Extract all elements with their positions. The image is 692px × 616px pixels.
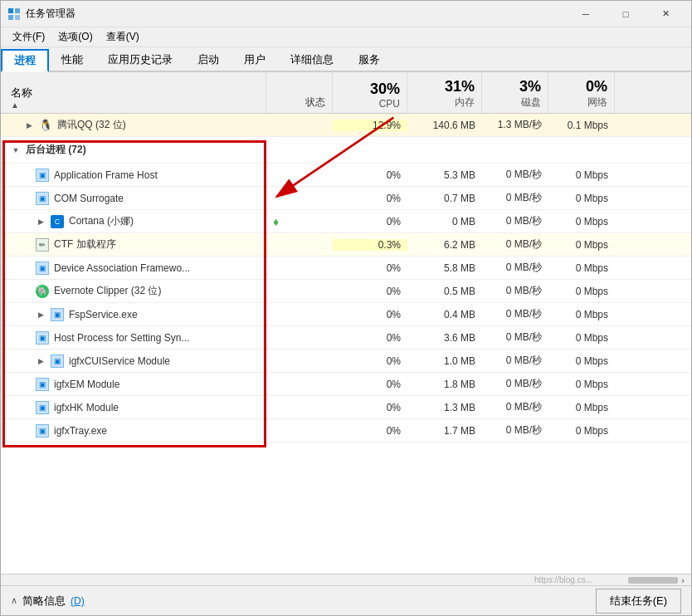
table-row[interactable]: ▶ 🐧 腾讯QQ (32 位) 12.9% 140.6 MB 1.3 MB/秒 … (1, 114, 691, 137)
net-cell: 0 Mbps (548, 425, 615, 437)
content-wrapper: 名称 ▲ 状态 30% CPU 31% 内存 3% 磁盘 0% 网络 (1, 72, 691, 585)
disk-cell: 0 MB/秒 (482, 261, 548, 275)
scroll-right[interactable]: › (678, 575, 688, 585)
process-name-cell: ▣ igfxHK Module (1, 401, 266, 414)
process-list[interactable]: ▶ 🐧 腾讯QQ (32 位) 12.9% 140.6 MB 1.3 MB/秒 … (1, 114, 691, 574)
col-mem[interactable]: 31% 内存 (407, 72, 482, 113)
tab-bar: 进程 性能 应用历史记录 启动 用户 详细信息 服务 (1, 47, 691, 72)
end-task-button[interactable]: 结束任务(E) (596, 589, 681, 614)
table-row[interactable]: ▣ igfxEM Module 0% 1.8 MB 0 MB/秒 0 Mbps (1, 373, 691, 396)
com-icon: ▣ (36, 192, 49, 205)
net-cell: 0 Mbps (548, 309, 615, 320)
section-expand-arrow[interactable]: ▼ (11, 145, 21, 155)
menu-bar: 文件(F) 选项(O) 查看(V) (1, 27, 691, 47)
disk-cell: 0 MB/秒 (482, 307, 548, 321)
cpu-cell: 0% (333, 402, 407, 413)
disk-pct: 3% (519, 78, 541, 95)
col-net[interactable]: 0% 网络 (548, 72, 615, 113)
summary-key[interactable]: (D) (71, 595, 85, 607)
minimize-button[interactable]: ─ (567, 1, 605, 27)
net-cell: 0 Mbps (548, 216, 615, 227)
expand-arrow[interactable]: ▶ (36, 356, 46, 366)
table-row[interactable]: ▶ ▣ igfxCUIService Module 0% 1.0 MB 0 MB… (1, 350, 691, 373)
expand-arrow[interactable]: ▶ (36, 310, 46, 320)
process-name-cell: ▶ C Cortana (小娜) (1, 214, 266, 228)
mem-cell: 0.7 MB (407, 193, 482, 204)
cortana-icon: C (51, 215, 64, 228)
menu-file[interactable]: 文件(F) (6, 28, 51, 46)
section-name: ▼ 后台进程 (72) (1, 143, 266, 157)
tab-processes[interactable]: 进程 (1, 49, 49, 72)
col-name-label: 名称 (11, 86, 32, 100)
menu-options[interactable]: 选项(O) (51, 28, 99, 46)
table-row[interactable]: ▣ COM Surrogate 0% 0.7 MB 0 MB/秒 0 Mbps (1, 187, 691, 210)
col-cpu[interactable]: 30% CPU (333, 72, 407, 113)
scroll-thumb[interactable] (628, 577, 678, 584)
mem-pct: 31% (445, 78, 475, 95)
window-controls: ─ □ ✕ (567, 1, 685, 27)
bottom-bar: ∧ 简略信息 (D) 结束任务(E) (1, 585, 691, 615)
igfx-hk-icon: ▣ (36, 401, 49, 414)
tab-details[interactable]: 详细信息 (278, 47, 346, 71)
tab-users[interactable]: 用户 (231, 47, 278, 71)
svg-rect-2 (8, 15, 13, 20)
mem-cell: 0.5 MB (407, 286, 482, 297)
process-name: CTF 加载程序 (54, 237, 116, 252)
col-status-label: 状态 (305, 95, 325, 110)
menu-view[interactable]: 查看(V) (100, 28, 146, 46)
col-status[interactable]: 状态 (266, 72, 333, 113)
close-button[interactable]: ✕ (646, 1, 685, 27)
svg-rect-3 (15, 15, 20, 20)
cpu-cell: 0.3% (333, 239, 407, 251)
process-name-cell: ▶ ▣ igfxCUIService Module (1, 354, 266, 368)
mem-cell: 1.3 MB (407, 402, 482, 413)
tab-services[interactable]: 服务 (346, 47, 392, 71)
process-name-cell: ▣ igfxTray.exe (1, 424, 266, 438)
cpu-cell: 0% (333, 262, 407, 274)
mem-cell: 1.8 MB (407, 379, 482, 390)
mem-cell: 1.7 MB (407, 425, 482, 437)
app-frame-icon: ▣ (36, 169, 49, 182)
process-name: COM Surrogate (54, 193, 124, 204)
qq-icon: 🐧 (39, 119, 52, 132)
process-name: Device Association Framewo... (54, 262, 190, 274)
table-row[interactable]: ✏ CTF 加载程序 0.3% 6.2 MB 0 MB/秒 0 Mbps (1, 233, 691, 257)
tab-startup[interactable]: 启动 (185, 47, 231, 71)
process-name-cell: ✏ CTF 加载程序 (1, 237, 266, 252)
tab-performance[interactable]: 性能 (49, 47, 95, 71)
process-name: igfxEM Module (54, 379, 119, 390)
expand-arrow[interactable]: ▶ (24, 120, 34, 130)
cpu-cell: 0% (333, 379, 407, 390)
table-row[interactable]: ▣ Device Association Framewo... 0% 5.8 M… (1, 257, 691, 280)
table-row[interactable]: ▣ Host Process for Setting Syn... 0% 3.6… (1, 326, 691, 350)
mem-cell: 6.2 MB (407, 239, 482, 251)
cpu-cell: 0% (333, 332, 407, 344)
expand-arrow[interactable]: ▶ (36, 217, 46, 227)
process-name-cell: ▶ ▣ FspService.exe (1, 308, 266, 321)
col-disk[interactable]: 3% 磁盘 (482, 72, 548, 113)
col-name[interactable]: 名称 ▲ (1, 72, 266, 113)
disk-cell: 0 MB/秒 (482, 168, 548, 182)
process-name: Cortana (小娜) (69, 214, 134, 228)
table-row[interactable]: ▣ Application Frame Host 0% 5.3 MB 0 MB/… (1, 164, 691, 187)
cpu-cell: 0% (333, 425, 407, 437)
process-name: FspService.exe (69, 309, 138, 320)
summary-chevron[interactable]: ∧ (11, 595, 17, 606)
scrollbar-horizontal[interactable]: › (1, 574, 691, 585)
table-row[interactable]: ▶ ▣ FspService.exe 0% 0.4 MB 0 MB/秒 0 Mb… (1, 303, 691, 326)
tab-app-history[interactable]: 应用历史记录 (95, 47, 185, 71)
disk-cell: 0 MB/秒 (482, 191, 548, 205)
table-row[interactable]: 🐘 Evernote Clipper (32 位) 0% 0.5 MB 0 MB… (1, 280, 691, 303)
process-name-cell: ▣ Application Frame Host (1, 169, 266, 182)
table-row[interactable]: ▣ igfxTray.exe 0% 1.7 MB 0 MB/秒 0 Mbps (1, 419, 691, 442)
net-cell: 0 Mbps (548, 193, 615, 204)
process-name: 腾讯QQ (32 位) (57, 118, 126, 132)
disk-cell: 0 MB/秒 (482, 423, 548, 438)
disk-cell: 0 MB/秒 (482, 330, 548, 345)
igfx-cui-icon: ▣ (51, 354, 64, 368)
table-row[interactable]: ▶ C Cortana (小娜) ♦ 0% 0 MB 0 MB/秒 0 Mbps (1, 210, 691, 233)
table-row[interactable]: ▣ igfxHK Module 0% 1.3 MB 0 MB/秒 0 Mbps (1, 396, 691, 419)
disk-cell: 1.3 MB/秒 (482, 118, 548, 132)
maximize-button[interactable]: □ (607, 1, 645, 27)
disk-cell: 0 MB/秒 (482, 377, 548, 391)
